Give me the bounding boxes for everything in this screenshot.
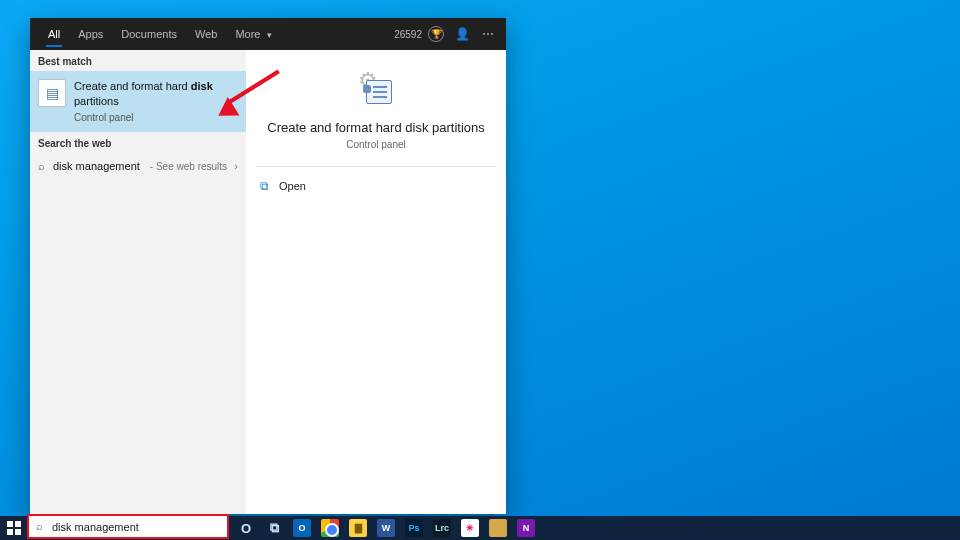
search-icon: ⌕: [38, 160, 45, 172]
disk-partition-icon: ▤: [38, 79, 66, 107]
taskbar-app-sticky[interactable]: [484, 516, 512, 540]
svg-rect-0: [7, 521, 13, 527]
taskbar-app-lrc[interactable]: Lrc: [428, 516, 456, 540]
chevron-down-icon: ▾: [267, 30, 272, 40]
best-match-subtitle: Control panel: [74, 111, 236, 125]
open-icon: ⧉: [260, 179, 269, 193]
web-query-hint: - See web results: [150, 161, 227, 172]
detail-separator: [256, 166, 495, 167]
best-match-text: Create and format hard disk partitions C…: [74, 79, 236, 124]
rewards-points: 26592: [394, 29, 422, 40]
taskview-icon: ⧉: [265, 519, 283, 537]
chrome-icon: [321, 519, 339, 537]
rewards-indicator[interactable]: 26592 🏆: [394, 26, 444, 42]
search-panel-body: Best match ▤ Create and format hard disk…: [30, 50, 506, 514]
taskbar-app-slack[interactable]: ✳: [456, 516, 484, 540]
account-icon[interactable]: 👤: [454, 27, 470, 41]
taskbar-app-onenote[interactable]: N: [512, 516, 540, 540]
detail-app-icon: ⚙: [352, 68, 400, 110]
taskbar-app-outlook[interactable]: O: [288, 516, 316, 540]
search-detail-pane: ⚙ Create and format hard disk partitions…: [246, 50, 506, 514]
taskbar-search-box[interactable]: [28, 516, 228, 537]
taskbar-app-cortana[interactable]: O: [232, 516, 260, 540]
windows-logo-icon: [7, 521, 21, 535]
search-results-column: Best match ▤ Create and format hard disk…: [30, 50, 246, 514]
cortana-icon: O: [237, 519, 255, 537]
tab-documents[interactable]: Documents: [113, 22, 185, 46]
start-button[interactable]: [0, 516, 28, 540]
action-open-label: Open: [279, 180, 306, 192]
search-panel-header: All Apps Documents Web More ▾ 26592 🏆 👤 …: [30, 18, 506, 50]
web-query-text: disk management: [53, 160, 140, 172]
outlook-icon: O: [293, 519, 311, 537]
best-match-title-suffix: partitions: [74, 95, 119, 107]
action-open[interactable]: ⧉ Open: [246, 173, 506, 199]
taskbar-search-wrap: ⌕: [28, 516, 228, 540]
tab-all[interactable]: All: [40, 22, 68, 46]
detail-title: Create and format hard disk partitions: [249, 120, 503, 135]
search-web-heading: Search the web: [30, 132, 246, 153]
chevron-right-icon: ›: [234, 160, 238, 172]
start-search-panel: All Apps Documents Web More ▾ 26592 🏆 👤 …: [30, 18, 506, 514]
best-match-heading: Best match: [30, 50, 246, 71]
onenote-icon: N: [517, 519, 535, 537]
explorer-icon: ▇: [349, 519, 367, 537]
svg-rect-2: [7, 529, 13, 535]
taskbar-app-photoshop[interactable]: Ps: [400, 516, 428, 540]
detail-subtitle: Control panel: [346, 139, 405, 150]
desktop: All Apps Documents Web More ▾ 26592 🏆 👤 …: [0, 0, 960, 540]
taskbar-app-word[interactable]: W: [372, 516, 400, 540]
best-match-result[interactable]: ▤ Create and format hard disk partitions…: [30, 71, 246, 132]
taskbar-apps: O⧉O▇WPsLrc✳N: [232, 516, 540, 540]
lrc-icon: Lrc: [433, 519, 451, 537]
trophy-icon: 🏆: [428, 26, 444, 42]
tab-more-label: More: [235, 28, 260, 40]
more-options-icon[interactable]: ⋯: [480, 27, 496, 41]
tab-apps[interactable]: Apps: [70, 22, 111, 46]
taskbar-app-chrome[interactable]: [316, 516, 344, 540]
slack-icon: ✳: [461, 519, 479, 537]
svg-rect-1: [15, 521, 21, 527]
best-match-title-prefix: Create and format hard: [74, 80, 191, 92]
taskbar-search-input[interactable]: [52, 521, 222, 533]
taskbar-app-explorer[interactable]: ▇: [344, 516, 372, 540]
search-filter-tabs: All Apps Documents Web More ▾: [40, 22, 280, 46]
best-match-title-bold: disk: [191, 80, 213, 92]
tab-more[interactable]: More ▾: [227, 22, 279, 46]
word-icon: W: [377, 519, 395, 537]
photoshop-icon: Ps: [405, 519, 423, 537]
svg-rect-3: [15, 529, 21, 535]
web-search-result[interactable]: ⌕ disk management - See web results ›: [30, 153, 246, 179]
taskbar-app-taskview[interactable]: ⧉: [260, 516, 288, 540]
tab-web[interactable]: Web: [187, 22, 225, 46]
sticky-icon: [489, 519, 507, 537]
taskbar: ⌕ O⧉O▇WPsLrc✳N: [0, 516, 960, 540]
